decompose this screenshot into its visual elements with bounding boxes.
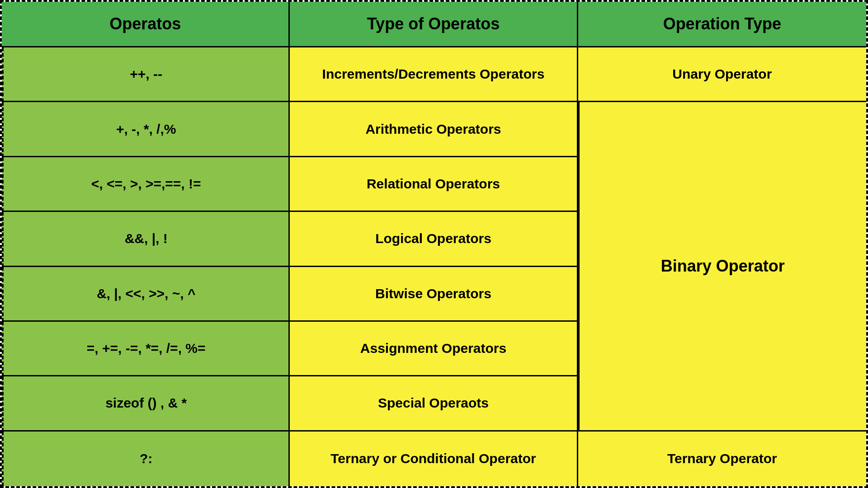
header-col2: Type of Operatos (290, 2, 578, 46)
cell-row6-col1: =, +=, -=, *=, /=, %= (2, 322, 290, 376)
cell-row1-col2: Increments/Decrements Operators (290, 47, 578, 102)
cell-row8-col2: Ternary or Conditional Operator (290, 432, 578, 486)
table-header: Operatos Type of Operatos Operation Type (2, 2, 866, 47)
cell-row2-col2: Arithmetic Operators (290, 102, 578, 157)
cell-row7-col1: sizeof () , & * (2, 376, 290, 431)
main-table: Operatos Type of Operatos Operation Type… (0, 0, 868, 488)
cell-row8-col3: Ternary Operator (578, 432, 866, 486)
cell-row4-col1: &&, |, ! (2, 212, 290, 267)
cell-row1-col3: Unary Operator (578, 47, 866, 102)
cell-row4-col2: Logical Operators (290, 212, 578, 267)
cell-row8-col1: ?: (2, 432, 290, 486)
cell-row1-col1: ++, -- (2, 47, 290, 102)
cell-binary-merged: Binary Operator (578, 102, 866, 431)
table-body: ++, -- Increments/Decrements Operators U… (2, 47, 866, 486)
cell-row3-col1: <, <=, >, >=,==, != (2, 157, 290, 212)
cell-row5-col2: Bitwise Operators (290, 267, 578, 322)
header-col3: Operation Type (578, 2, 866, 46)
cell-row2-col1: +, -, *, /,% (2, 102, 290, 157)
cell-row3-col2: Relational Operators (290, 157, 578, 212)
cell-row7-col2: Special Operaots (290, 376, 578, 431)
cell-row5-col1: &, |, <<, >>, ~, ^ (2, 267, 290, 322)
header-col1: Operatos (2, 2, 290, 46)
cell-row6-col2: Assignment Operators (290, 322, 578, 376)
